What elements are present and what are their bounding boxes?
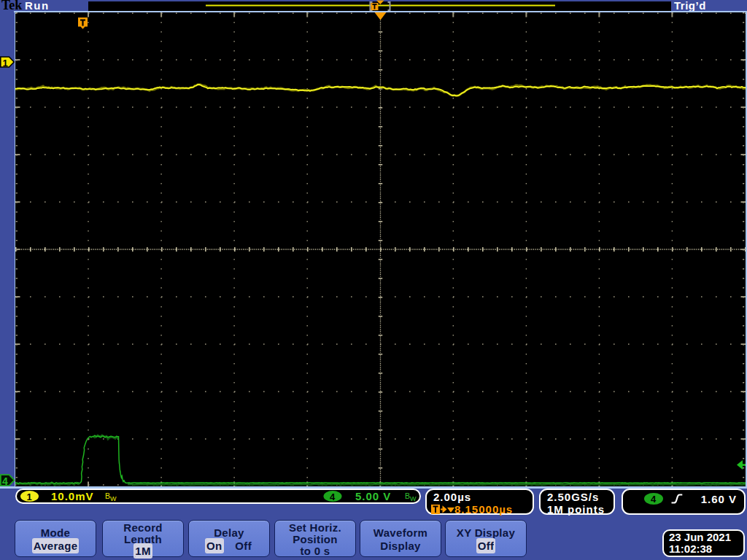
svg-text:4: 4 <box>2 475 8 487</box>
svg-text:4: 4 <box>330 491 336 502</box>
svg-text:1: 1 <box>2 58 7 69</box>
svg-text:4: 4 <box>651 494 657 505</box>
svg-text:1: 1 <box>26 491 32 502</box>
